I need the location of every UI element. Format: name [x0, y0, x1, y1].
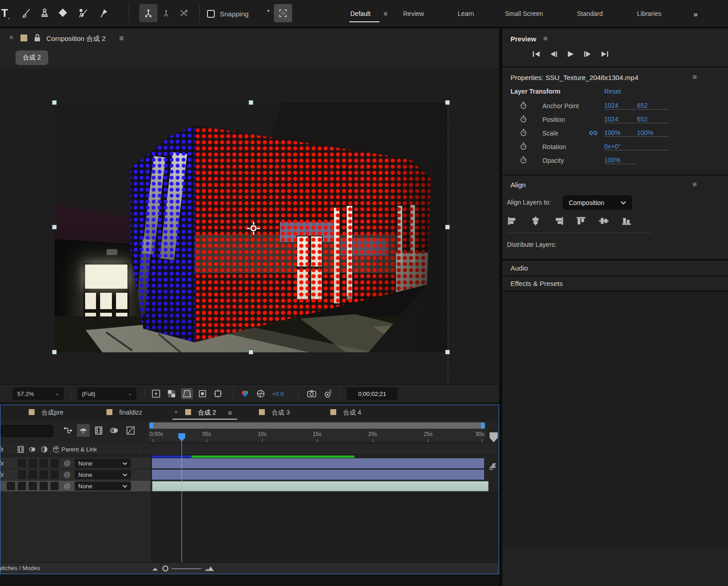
parent-link-dropdown[interactable]: None	[75, 459, 131, 468]
workspace-tab-small-screen[interactable]: Small Screen	[505, 10, 543, 17]
selection-handle-top-left[interactable]	[52, 100, 57, 105]
layer-row-1-controls[interactable]: fx @ None	[0, 458, 151, 469]
motion-blur-button[interactable]	[108, 424, 121, 437]
panel-menu-icon[interactable]: ≡	[693, 180, 696, 189]
timeline-zoom-slider-track[interactable]	[172, 568, 201, 569]
work-area-end-handle[interactable]	[481, 422, 485, 429]
panel-menu-icon[interactable]: ≡	[693, 73, 696, 81]
play-button[interactable]	[567, 50, 574, 58]
timeline-tab[interactable]: 合成 4	[343, 409, 361, 417]
switch-cell[interactable]	[18, 482, 26, 490]
selection-handle-mid-right[interactable]	[445, 225, 450, 230]
switch-cell[interactable]	[29, 471, 37, 479]
align-right-button[interactable]	[551, 215, 565, 226]
comp-mini-flowchart-button[interactable]	[61, 424, 74, 437]
timeline-search-input[interactable]	[0, 425, 53, 437]
position-y-value[interactable]: 652	[637, 115, 669, 123]
selection-handle-bottom-center[interactable]	[248, 350, 253, 355]
audio-panel-header[interactable]: Audio	[502, 260, 728, 275]
resolution-dropdown[interactable]: (Full)⌄	[77, 387, 136, 400]
timecode-display[interactable]: 0;00;02;21	[347, 387, 398, 400]
opacity-value[interactable]: 100%	[604, 156, 636, 164]
snapping-checkbox[interactable]	[207, 10, 215, 18]
scale-x-value[interactable]: 100%	[604, 129, 636, 137]
link-scale-icon[interactable]	[589, 130, 598, 136]
eraser-tool-button[interactable]	[54, 4, 72, 22]
switch-cell[interactable]	[51, 471, 59, 479]
rotation-value[interactable]: 0x+0°	[604, 143, 669, 150]
stopwatch-icon[interactable]	[520, 115, 528, 123]
clone-stamp-tool-button[interactable]	[35, 4, 54, 22]
local-axis-mode-button[interactable]	[139, 4, 157, 22]
snap-features-button[interactable]	[256, 4, 274, 22]
panel-menu-icon[interactable]: ≡	[543, 35, 547, 43]
switch-cell[interactable]	[18, 471, 26, 479]
switch-cell[interactable]	[40, 482, 48, 490]
reset-button[interactable]: Reset	[604, 88, 621, 95]
align-vertical-center-button[interactable]	[597, 215, 611, 226]
close-icon[interactable]: ×	[174, 409, 178, 416]
stopwatch-icon[interactable]	[520, 101, 528, 110]
work-area-bar[interactable]	[149, 422, 485, 429]
scale-y-value[interactable]: 100%	[637, 129, 669, 137]
workspace-tab-learn[interactable]: Learn	[458, 10, 474, 17]
composition-viewer-tab[interactable]: 合成 2	[15, 50, 48, 65]
timeline-tab[interactable]: 合成 3	[272, 409, 290, 417]
channels-button[interactable]	[239, 388, 251, 399]
switch-cell[interactable]	[51, 459, 59, 467]
selection-handle-top-center[interactable]	[248, 100, 253, 105]
selection-handle-mid-left[interactable]	[52, 225, 57, 230]
close-icon[interactable]: ×	[9, 34, 13, 42]
switch-cell[interactable]	[7, 482, 15, 490]
position-x-value[interactable]: 1024	[604, 115, 636, 123]
exposure-value[interactable]: +0.0	[272, 391, 284, 397]
pickwhip-icon[interactable]: @	[64, 471, 71, 478]
world-axis-mode-button[interactable]	[157, 4, 175, 22]
timeline-tab-active[interactable]: 合成 2	[198, 409, 216, 417]
show-snapshot-button[interactable]	[322, 388, 334, 399]
stopwatch-icon[interactable]	[520, 142, 528, 150]
layer-row-2-controls[interactable]: fx @ None	[0, 469, 151, 481]
effects-presets-panel-header[interactable]: Effects & Presets	[502, 275, 728, 291]
time-ruler[interactable]: 0:00s 05s 10s 15s 20s 25s 30s	[148, 429, 486, 443]
workspace-tab-standard[interactable]: Standard	[577, 10, 603, 17]
puppet-pin-tool-button[interactable]	[95, 4, 113, 22]
switch-cell[interactable]	[29, 459, 37, 467]
zoom-in-mountain-icon[interactable]	[204, 565, 214, 572]
fast-previews-button[interactable]	[150, 388, 162, 399]
switch-cell[interactable]	[18, 459, 26, 467]
zoom-out-mountain-icon[interactable]	[152, 566, 158, 571]
switch-cell[interactable]	[40, 471, 48, 479]
workspace-tab-default[interactable]: Default	[350, 10, 370, 17]
parent-link-dropdown[interactable]: None	[75, 481, 131, 491]
workspace-tab-libraries[interactable]: Libraries	[637, 10, 662, 17]
switches-modes-toggle[interactable]: witches / Modes	[0, 565, 40, 571]
composition-viewport[interactable]	[0, 69, 499, 384]
anchor-point-x-value[interactable]: 1024	[604, 102, 636, 110]
timeline-tab[interactable]: finaldizz	[119, 409, 142, 416]
type-tool-button[interactable]: T,	[0, 4, 15, 22]
anchor-point-crosshair[interactable]	[247, 222, 260, 235]
last-frame-button[interactable]	[601, 50, 609, 58]
layer-bar-3-selected[interactable]	[152, 481, 489, 491]
selection-handle-bottom-left[interactable]	[52, 350, 57, 355]
tab-menu-icon[interactable]: ≡	[228, 409, 232, 416]
switch-cell[interactable]	[29, 482, 37, 490]
transparency-grid-button[interactable]	[166, 388, 177, 399]
panel-gutter[interactable]	[499, 29, 502, 586]
first-frame-button[interactable]	[532, 50, 541, 58]
stopwatch-icon[interactable]	[520, 129, 528, 137]
pickwhip-icon[interactable]: @	[64, 459, 71, 467]
pickwhip-icon[interactable]: @	[64, 482, 71, 490]
align-top-button[interactable]	[574, 215, 588, 226]
frame-blending-button[interactable]	[92, 424, 105, 437]
layer-row-3-controls-selected[interactable]: @ None	[0, 481, 151, 492]
roto-brush-tool-button[interactable]	[74, 4, 92, 22]
playhead-line[interactable]	[182, 440, 182, 562]
brush-tool-button[interactable]	[17, 4, 35, 22]
timeline-tab[interactable]: 合成pre	[41, 409, 63, 417]
layer-bar-2[interactable]	[152, 470, 484, 480]
align-left-button[interactable]	[506, 215, 520, 226]
magnification-dropdown[interactable]: 57.2%⌄	[13, 387, 64, 400]
workspace-overflow-icon[interactable]: »	[693, 10, 698, 19]
